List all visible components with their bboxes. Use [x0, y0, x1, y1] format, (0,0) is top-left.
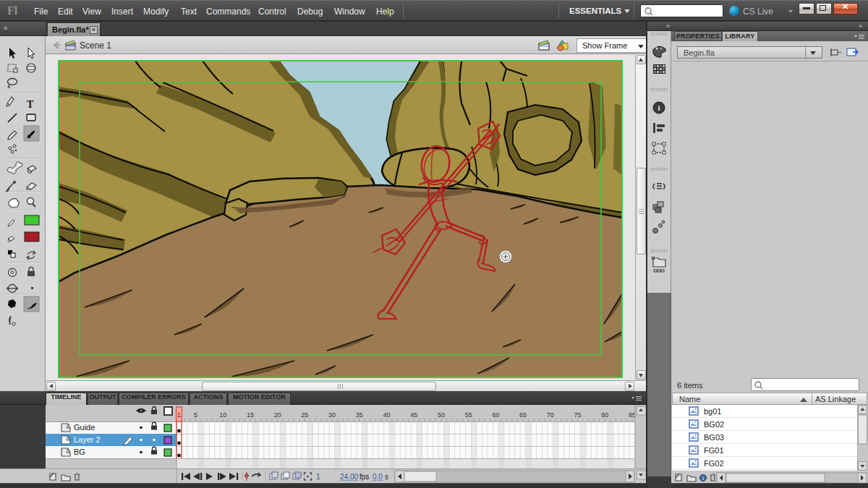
svg-text:i: i [658, 103, 660, 112]
svg-text:55: 55 [465, 411, 472, 419]
svg-text:35: 35 [356, 411, 363, 419]
svg-text:50: 50 [438, 411, 445, 419]
svg-text:Guide: Guide [74, 423, 95, 432]
svg-text:1: 1 [177, 411, 181, 419]
svg-text:65: 65 [519, 411, 527, 419]
svg-text:fps: fps [359, 473, 369, 481]
svg-text:10: 10 [219, 411, 226, 419]
svg-text:40: 40 [383, 411, 391, 419]
svg-text:Layer 2: Layer 2 [74, 435, 101, 444]
svg-text:25: 25 [301, 411, 308, 419]
svg-text:15: 15 [247, 411, 254, 419]
svg-text:75: 75 [574, 411, 582, 419]
svg-text:1: 1 [316, 473, 320, 481]
svg-text:T: T [27, 99, 34, 110]
svg-text:0.0: 0.0 [373, 473, 383, 481]
svg-text:30: 30 [328, 411, 336, 419]
svg-text:20: 20 [274, 411, 281, 419]
svg-text:24.00: 24.00 [340, 473, 358, 481]
svg-text:s: s [385, 473, 388, 481]
svg-text:80: 80 [601, 411, 608, 419]
svg-text:60: 60 [492, 411, 499, 419]
svg-text:45: 45 [410, 411, 417, 419]
svg-text:BG: BG [74, 448, 85, 456]
svg-text:5: 5 [194, 411, 197, 419]
svg-text:70: 70 [547, 411, 554, 419]
